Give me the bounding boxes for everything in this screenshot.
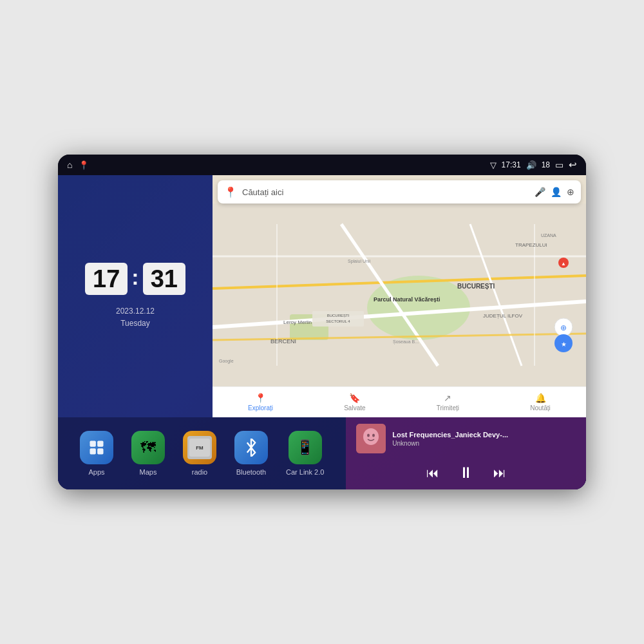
clock-display: 17 : 31 xyxy=(85,263,185,295)
top-section: 17 : 31 2023.12.12 Tuesday 📍 Căutați aic… xyxy=(58,175,586,417)
music-player: Lost Frequencies_Janieck Devy-... Unknow… xyxy=(346,417,586,489)
main-screen: 17 : 31 2023.12.12 Tuesday 📍 Căutați aic… xyxy=(58,175,586,489)
svg-text:UZANA: UZANA xyxy=(541,233,556,238)
map-panel[interactable]: 📍 Căutați aici 🎤 👤 ⊕ xyxy=(213,175,586,417)
svg-text:BUCUREȘTI: BUCUREȘTI xyxy=(327,314,350,317)
battery-icon: ▭ xyxy=(555,160,564,170)
status-bar: ⌂ 📍 ▽ 17:31 🔊 18 ▭ ↩ xyxy=(58,155,586,175)
svg-rect-33 xyxy=(97,448,103,454)
clock-panel: 17 : 31 2023.12.12 Tuesday xyxy=(58,175,213,417)
layers-icon[interactable]: ⊕ xyxy=(567,187,574,197)
mic-icon[interactable]: 🎤 xyxy=(535,187,545,197)
music-info-row: Lost Frequencies_Janieck Devy-... Unknow… xyxy=(356,424,576,453)
status-time: 17:31 xyxy=(502,160,521,169)
app-item-carlink[interactable]: 📱 Car Link 2.0 xyxy=(277,428,333,478)
svg-point-37 xyxy=(372,434,375,437)
volume-level: 18 xyxy=(542,160,550,169)
map-bottom-bar: 📍 Explorați 🔖 Salvate ↗ Trimiteți 🔔 xyxy=(213,386,586,417)
radio-label: radio xyxy=(192,468,207,476)
svg-text:⊕: ⊕ xyxy=(560,323,567,332)
carlink-icon: 📱 xyxy=(289,431,322,464)
saved-label: Salvate xyxy=(344,404,365,412)
status-left: ⌂ 📍 xyxy=(67,160,89,170)
music-info: Lost Frequencies_Janieck Devy-... Unknow… xyxy=(392,431,576,447)
svg-text:Google: Google xyxy=(219,359,234,364)
svg-rect-32 xyxy=(90,448,96,454)
svg-text:BUCUREȘTI: BUCUREȘTI xyxy=(457,283,495,290)
svg-text:BERCENI: BERCENI xyxy=(270,338,296,345)
apps-label: Apps xyxy=(88,468,104,476)
music-artist: Unknown xyxy=(392,440,576,447)
svg-text:TRAPEZULUI: TRAPEZULUI xyxy=(515,242,547,248)
map-content: 📍 Căutați aici 🎤 👤 ⊕ xyxy=(213,175,586,417)
next-button[interactable]: ⏭ xyxy=(493,466,506,480)
map-nav-saved[interactable]: 🔖 Salvate xyxy=(344,393,365,412)
signal-icon: ▽ xyxy=(490,160,497,170)
share-icon: ↗ xyxy=(444,393,451,403)
news-icon: 🔔 xyxy=(535,393,546,403)
app-bar: Apps 🗺 Maps FM xyxy=(58,417,586,489)
explore-icon: 📍 xyxy=(255,393,266,403)
svg-text:▲: ▲ xyxy=(561,261,566,267)
prev-button[interactable]: ⏮ xyxy=(426,466,439,480)
app-item-radio[interactable]: FM radio xyxy=(174,428,225,478)
svg-rect-31 xyxy=(97,441,103,447)
app-item-apps[interactable]: Apps xyxy=(71,428,122,478)
app-item-bluetooth[interactable]: Bluetooth xyxy=(225,428,277,478)
app-item-maps[interactable]: 🗺 Maps xyxy=(122,428,174,478)
fake-map: Parcul Natural Văcărești Leroy Merlin BU… xyxy=(213,204,586,386)
carlink-label: Car Link 2.0 xyxy=(286,468,324,476)
music-title: Lost Frequencies_Janieck Devy-... xyxy=(392,431,576,439)
app-shortcuts: Apps 🗺 Maps FM xyxy=(58,417,346,489)
svg-text:JUDEȚUL ILFOV: JUDEȚUL ILFOV xyxy=(483,313,523,319)
music-controls: ⏮ ⏸ ⏭ xyxy=(356,464,576,482)
device-shell: ⌂ 📍 ▽ 17:31 🔊 18 ▭ ↩ 17 : 31 2023.12.1 xyxy=(58,155,586,489)
svg-text:SECTORUL 4: SECTORUL 4 xyxy=(326,319,350,323)
clock-date: 2023.12.12 Tuesday xyxy=(116,305,155,330)
status-right: ▽ 17:31 🔊 18 ▭ ↩ xyxy=(490,159,577,171)
map-pin-icon: 📍 xyxy=(224,186,237,198)
clock-hour: 17 xyxy=(85,263,128,295)
map-nav-explore[interactable]: 📍 Explorați xyxy=(248,393,273,412)
album-art xyxy=(356,424,386,453)
map-search-icons: 🎤 👤 ⊕ xyxy=(535,187,574,197)
svg-point-36 xyxy=(367,434,370,437)
radio-icon: FM xyxy=(183,431,216,464)
apps-icon xyxy=(80,431,113,464)
svg-rect-30 xyxy=(90,441,96,447)
svg-point-35 xyxy=(363,428,379,445)
svg-text:★: ★ xyxy=(561,341,567,348)
news-label: Noutăți xyxy=(530,404,551,412)
map-search-bar[interactable]: 📍 Căutați aici 🎤 👤 ⊕ xyxy=(218,180,581,204)
saved-icon: 🔖 xyxy=(349,393,360,403)
map-search-text[interactable]: Căutați aici xyxy=(242,187,529,197)
clock-minute: 31 xyxy=(143,263,185,295)
svg-text:Șoseaua B...: Șoseaua B... xyxy=(393,339,419,345)
map-nav-share[interactable]: ↗ Trimiteți xyxy=(437,393,459,412)
maps-status-icon[interactable]: 📍 xyxy=(79,160,89,170)
maps-icon-btn: 🗺 xyxy=(131,431,165,464)
map-svg: Parcul Natural Văcărești Leroy Merlin BU… xyxy=(213,204,586,386)
account-icon[interactable]: 👤 xyxy=(551,187,562,197)
play-pause-button[interactable]: ⏸ xyxy=(459,464,474,482)
svg-text:Parcul Natural Văcărești: Parcul Natural Văcărești xyxy=(374,296,440,303)
share-label: Trimiteți xyxy=(437,404,459,412)
clock-colon: : xyxy=(131,265,138,290)
back-icon[interactable]: ↩ xyxy=(569,159,577,171)
maps-label: Maps xyxy=(140,468,157,476)
explore-label: Explorați xyxy=(248,404,273,412)
volume-icon: 🔊 xyxy=(526,160,536,170)
svg-text:Leroy Merlin: Leroy Merlin xyxy=(283,319,312,325)
svg-text:Splaiul Unii: Splaiul Unii xyxy=(348,259,370,264)
bluetooth-icon xyxy=(234,431,268,464)
home-icon[interactable]: ⌂ xyxy=(67,160,72,170)
bluetooth-label: Bluetooth xyxy=(236,468,266,476)
map-nav-news[interactable]: 🔔 Noutăți xyxy=(530,393,551,412)
